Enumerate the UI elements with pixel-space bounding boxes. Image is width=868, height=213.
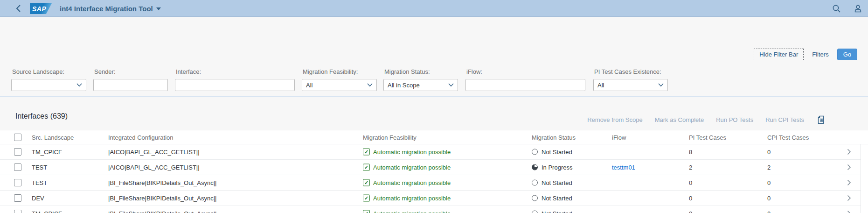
row-navigation-chevron-icon[interactable]: [847, 195, 851, 201]
chevron-down-icon: [76, 83, 82, 87]
sender-input[interactable]: [97, 79, 164, 91]
remove-from-scope-button[interactable]: Remove from Scope: [587, 116, 643, 123]
chevron-down-icon: [156, 7, 161, 10]
table-row[interactable]: TEST |BI_FileShare|BIKPIDetails_Out_Asyn…: [0, 175, 861, 191]
row-navigation-chevron-icon[interactable]: [847, 149, 851, 155]
table-row[interactable]: TEST |AICO|BAPI_GL_ACC_GETLIST|| ✓ Autom…: [0, 160, 861, 175]
status-text: Not Started: [542, 149, 572, 156]
sap-logo-text: SAP: [32, 5, 46, 13]
filter-label: PI Test Cases Existence:: [594, 68, 668, 75]
src-landscape-cell: TM_CPICF: [32, 149, 62, 156]
filter-iflow: iFlow:: [465, 68, 585, 91]
integrated-configuration-cell: |AICO|BAPI_GL_ACC_GETLIST||: [108, 149, 200, 156]
status-text: Not Started: [542, 179, 572, 186]
cpi-test-cases-cell: 0: [767, 179, 771, 186]
interface-input-wrap: [175, 79, 295, 91]
cpi-test-cases-cell: 0: [767, 195, 771, 202]
cpi-test-cases-cell: 2: [767, 164, 771, 171]
combobox-value: All: [306, 82, 312, 89]
status-not-started-icon: [532, 180, 538, 186]
cpi-test-cases-cell: 0: [767, 149, 771, 156]
row-checkbox[interactable]: [14, 194, 21, 202]
feasibility-check-icon: ✓: [363, 195, 370, 202]
column-header-iflow: iFlow: [612, 134, 626, 141]
table-scrollbar-track[interactable]: [861, 144, 868, 213]
mark-as-complete-button[interactable]: Mark as Complete: [655, 116, 704, 123]
filter-migration-feasibility: Migration Feasibility: All: [302, 68, 377, 91]
migration-feasibility-cell: ✓ Automatic migration possible: [363, 149, 451, 156]
feasibility-check-icon: ✓: [363, 149, 370, 156]
export-spreadsheet-icon[interactable]: [816, 115, 826, 124]
feasibility-text: Automatic migration possible: [373, 195, 451, 202]
row-checkbox[interactable]: [14, 210, 21, 213]
pi-test-cases-existence-combobox[interactable]: All: [593, 79, 668, 91]
back-icon[interactable]: [14, 0, 23, 17]
iflow-input[interactable]: [470, 79, 581, 91]
table-row[interactable]: TM_CPICF |BI_FileShare|BIKPIDetails_Out_…: [0, 206, 861, 213]
pi-test-cases-cell: 0: [689, 210, 692, 213]
hide-filter-bar-button[interactable]: Hide Filter Bar: [754, 49, 804, 60]
integrated-configuration-cell: |BI_FileShare|BIKPIDetails_Out_Async||: [108, 179, 216, 186]
feasibility-text: Automatic migration possible: [373, 149, 451, 156]
status-not-started-icon: [532, 211, 538, 213]
table-row[interactable]: TM_CPICF |AICO|BAPI_GL_ACC_GETLIST|| ✓ A…: [0, 144, 861, 160]
migration-status-cell: Not Started: [532, 195, 572, 202]
pi-test-cases-cell: 2: [689, 164, 692, 171]
chevron-down-icon: [658, 83, 664, 87]
migration-feasibility-combobox[interactable]: All: [302, 79, 377, 91]
chevron-down-icon: [448, 83, 454, 87]
app-title-menu[interactable]: int4 Interface Migration Tool: [60, 0, 161, 17]
src-landscape-cell: DEV: [32, 195, 44, 202]
migration-status-cell: Not Started: [532, 210, 572, 213]
migration-status-combobox[interactable]: All in Scope: [383, 79, 458, 91]
migration-feasibility-cell: ✓ Automatic migration possible: [363, 179, 451, 186]
feasibility-check-icon: ✓: [363, 179, 370, 186]
combobox-value: All in Scope: [388, 82, 420, 89]
column-header-migration-feasibility: Migration Feasibility: [363, 134, 417, 141]
src-landscape-cell: TM_CPICF: [32, 210, 62, 213]
column-header-src-landscape: Src. Landscape: [32, 134, 74, 141]
row-checkbox[interactable]: [14, 163, 21, 171]
app-title: int4 Interface Migration Tool: [60, 5, 153, 13]
status-text: In Progress: [542, 164, 572, 171]
go-button[interactable]: Go: [837, 49, 857, 60]
row-navigation-chevron-icon[interactable]: [847, 164, 851, 170]
shell-header: SAP int4 Interface Migration Tool: [0, 0, 868, 17]
feasibility-text: Automatic migration possible: [373, 179, 451, 186]
src-landscape-cell: TEST: [32, 179, 47, 186]
source-landscape-combobox[interactable]: [11, 79, 86, 91]
migration-feasibility-cell: ✓ Automatic migration possible: [363, 195, 451, 202]
select-all-checkbox[interactable]: [14, 134, 21, 141]
row-navigation-chevron-icon[interactable]: [847, 210, 851, 213]
integrated-configuration-cell: |BI_FileShare|BIKPIDetails_Out_Async||: [108, 210, 216, 213]
column-header-pi-test-cases: PI Test Cases: [689, 134, 726, 141]
cpi-test-cases-cell: 0: [767, 210, 771, 213]
user-profile-icon[interactable]: [853, 4, 862, 13]
interface-input[interactable]: [179, 79, 291, 91]
sap-logo[interactable]: SAP: [30, 3, 52, 14]
run-cpi-tests-button[interactable]: Run CPI Tests: [765, 116, 804, 123]
filter-pi-test-cases-existence: PI Test Cases Existence: All: [593, 68, 668, 91]
filter-label: Sender:: [94, 68, 168, 75]
table-row[interactable]: DEV |BI_FileShare|BIKPIDetails_Out_Async…: [0, 191, 861, 206]
feasibility-check-icon: ✓: [363, 164, 370, 171]
filter-label: iFlow:: [466, 68, 585, 75]
filters-link[interactable]: Filters: [812, 51, 828, 58]
src-landscape-cell: TEST: [32, 164, 47, 171]
app-screen: SAP int4 Interface Migration Tool Hide F…: [0, 0, 868, 213]
iflow-link[interactable]: testtm01: [612, 164, 635, 171]
filter-bar-divider: [0, 96, 868, 97]
shell-actions: [832, 0, 862, 17]
filter-interface: Interface:: [175, 68, 295, 91]
row-checkbox[interactable]: [14, 179, 21, 186]
migration-feasibility-cell: ✓ Automatic migration possible: [363, 164, 451, 171]
table-header-row: Src. Landscape Integrated Configuration …: [0, 130, 868, 144]
feasibility-text: Automatic migration possible: [373, 210, 451, 213]
filter-label: Migration Feasibility:: [303, 68, 377, 75]
row-checkbox[interactable]: [14, 148, 21, 156]
feasibility-text: Automatic migration possible: [373, 164, 451, 171]
search-icon[interactable]: [832, 4, 841, 13]
status-not-started-icon: [532, 195, 538, 201]
run-po-tests-button[interactable]: Run PO Tests: [716, 116, 753, 123]
row-navigation-chevron-icon[interactable]: [847, 179, 851, 186]
